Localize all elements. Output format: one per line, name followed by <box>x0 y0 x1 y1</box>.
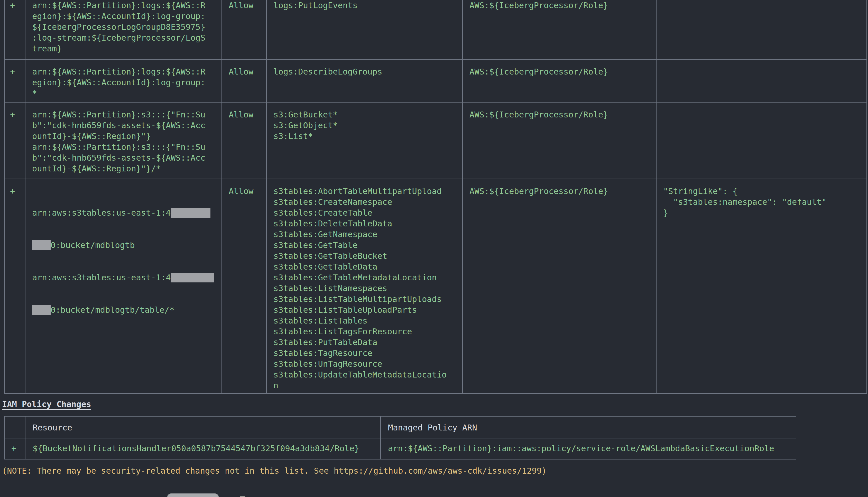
resource-cell: arn:${AWS::Partition}:s3:::{"Fn::Su b":"… <box>25 102 222 179</box>
diff-cell: + <box>4 0 25 59</box>
resource-cell-redacted: arn:aws:s3tables:us-east-1:4 0:bucket/md… <box>25 179 222 393</box>
redaction-box <box>32 305 51 315</box>
action-cell: logs:PutLogEvents <box>266 0 462 59</box>
bottom-pill-shape <box>167 493 219 497</box>
arn-header-cell: Managed Policy ARN <box>380 416 796 438</box>
diff-cell: + <box>5 438 25 459</box>
arn-cell: arn:${AWS::Partition}:iam::aws:policy/se… <box>380 438 796 459</box>
table-row: + arn:${AWS::Partition}:logs:${AWS::R eg… <box>4 59 867 102</box>
resource-header-cell: Resource <box>25 416 380 438</box>
redaction-box <box>171 273 214 282</box>
resource-cell: arn:${AWS::Partition}:logs:${AWS::R egio… <box>25 60 222 102</box>
condition-cell: "StringLike": { "s3tables:namespace": "d… <box>656 179 867 393</box>
arn-text: arn:aws:s3tables:us-east-1:4 <box>32 208 171 218</box>
arn-text: arn:aws:s3tables:us-east-1:4 <box>32 273 171 282</box>
diff-cell: + <box>4 102 25 179</box>
resource-cell: arn:${AWS::Partition}:logs:${AWS::R egio… <box>25 0 222 59</box>
diff-cell: + <box>4 60 25 102</box>
principal-cell: AWS:${IcebergProcessor/Role} <box>462 102 656 179</box>
redaction-box <box>171 208 211 218</box>
action-cell: s3:GetBucket* s3:GetObject* s3:List* <box>266 102 462 179</box>
condition-cell <box>656 60 867 102</box>
diff-cell: + <box>4 179 25 393</box>
arn-text: 0:bucket/mdblogtb/table/* <box>51 305 174 315</box>
effect-cell: Allow <box>222 60 266 102</box>
action-cell: logs:DescribeLogGroups <box>266 60 462 102</box>
condition-cell <box>656 0 867 59</box>
resource-cell: ${BucketNotificationsHandler050a0587b754… <box>25 438 380 459</box>
terminal-screen: + arn:${AWS::Partition}:logs:${AWS::R eg… <box>0 0 868 497</box>
managed-policy-table: Resource Managed Policy ARN + ${BucketNo… <box>4 416 796 459</box>
security-note: (NOTE: There may be security-related cha… <box>2 465 546 476</box>
diff-header-cell <box>5 416 25 438</box>
table-row: + ${BucketNotificationsHandler050a0587b7… <box>5 438 796 459</box>
principal-cell: AWS:${IcebergProcessor/Role} <box>462 60 656 102</box>
principal-cell: AWS:${IcebergProcessor/Role} <box>462 0 656 59</box>
iam-policy-changes-heading: IAM Policy Changes <box>2 399 91 410</box>
action-cell: s3tables:AbortTableMultipartUpload s3tab… <box>266 179 462 393</box>
table-row: + arn:aws:s3tables:us-east-1:4 0:bucket/… <box>4 179 867 394</box>
table-row: + arn:${AWS::Partition}:logs:${AWS::R eg… <box>4 0 867 59</box>
policy-statement-table: + arn:${AWS::Partition}:logs:${AWS::R eg… <box>4 0 867 394</box>
redaction-box <box>32 240 51 250</box>
table-header-row: Resource Managed Policy ARN <box>5 416 796 438</box>
condition-cell <box>656 102 867 179</box>
effect-cell: Allow <box>222 179 266 393</box>
effect-cell: Allow <box>222 102 266 179</box>
table-row: + arn:${AWS::Partition}:s3:::{"Fn::Su b"… <box>4 102 867 179</box>
principal-cell: AWS:${IcebergProcessor/Role} <box>462 179 656 393</box>
effect-cell: Allow <box>222 0 266 59</box>
arn-text: 0:bucket/mdblogtb <box>51 240 135 250</box>
